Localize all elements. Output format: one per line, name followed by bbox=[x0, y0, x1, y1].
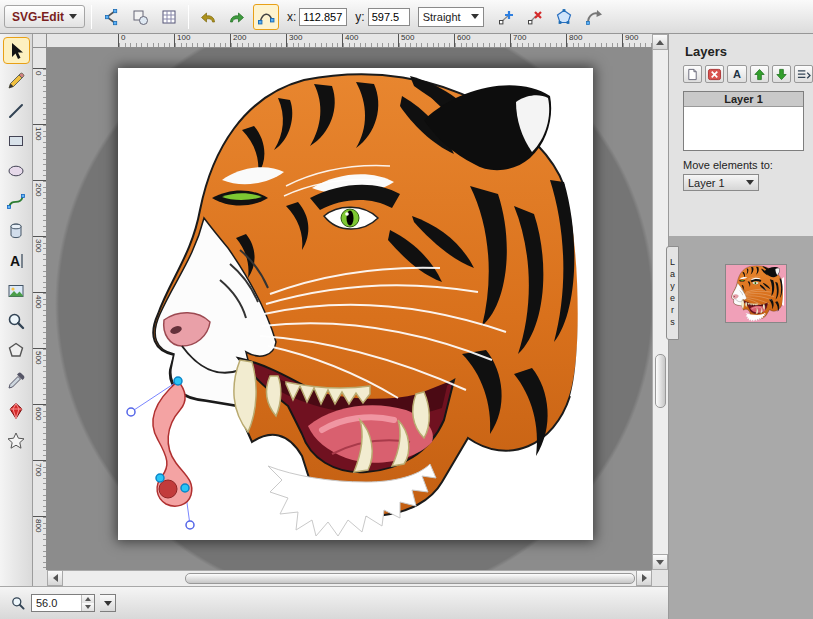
undo-button[interactable] bbox=[195, 4, 221, 30]
node-x-input[interactable] bbox=[299, 8, 347, 26]
layer-row[interactable]: Layer 1 bbox=[684, 92, 803, 107]
v-scroll-thumb[interactable] bbox=[655, 354, 666, 408]
scroll-up-button[interactable] bbox=[652, 34, 668, 50]
zoom-increment-button[interactable] bbox=[82, 595, 94, 603]
node-y-input[interactable] bbox=[368, 8, 410, 26]
shape-library-button[interactable] bbox=[3, 217, 30, 244]
grid-icon bbox=[160, 8, 178, 26]
zoom-tool-button[interactable] bbox=[3, 307, 30, 334]
path-node[interactable] bbox=[181, 484, 189, 492]
zoom-spinner bbox=[81, 595, 94, 611]
layers-side-tab[interactable]: Layers bbox=[666, 246, 679, 340]
path-node[interactable] bbox=[156, 474, 164, 482]
delete-layer-icon bbox=[707, 68, 722, 81]
node-y-label: y: bbox=[355, 10, 364, 24]
open-path-icon bbox=[555, 8, 573, 26]
svgedit-logo-button[interactable]: SVG-Edit bbox=[4, 5, 85, 28]
convert-to-path-icon bbox=[102, 8, 120, 26]
ellipse-tool-button[interactable] bbox=[3, 157, 30, 184]
delete-node-button[interactable] bbox=[522, 4, 548, 30]
control-handle[interactable] bbox=[186, 521, 194, 529]
pencil-tool-icon bbox=[6, 71, 26, 91]
scroll-right-button[interactable] bbox=[636, 570, 652, 586]
zoom-icon bbox=[10, 595, 26, 611]
lower-layer-button[interactable] bbox=[772, 65, 791, 83]
canvas-content bbox=[118, 68, 593, 540]
ruler-tick: 900 bbox=[622, 34, 652, 47]
ruler-tick: 800 bbox=[33, 516, 47, 570]
add-node-button[interactable] bbox=[493, 4, 519, 30]
eyedropper-tool-button[interactable] bbox=[3, 367, 30, 394]
layer-toolbar: A bbox=[683, 65, 813, 83]
ellipse-tool-icon bbox=[6, 161, 26, 181]
path-node[interactable] bbox=[174, 377, 182, 385]
ruler-corner bbox=[33, 34, 47, 48]
segment-type-select[interactable]: Straight bbox=[418, 7, 484, 27]
ruler-tick: 300 bbox=[33, 236, 47, 292]
image-tool-icon bbox=[6, 281, 26, 301]
text-tool-button[interactable]: A bbox=[3, 247, 30, 274]
svg-canvas[interactable] bbox=[118, 68, 593, 540]
rect-tool-button[interactable] bbox=[3, 127, 30, 154]
dropdown-caret-icon bbox=[69, 14, 77, 19]
scroll-left-button[interactable] bbox=[47, 570, 63, 586]
ruler-tick: 300 bbox=[286, 34, 342, 47]
reorient-path-button[interactable] bbox=[580, 4, 606, 30]
image-tool-button[interactable] bbox=[3, 277, 30, 304]
line-tool-button[interactable] bbox=[3, 97, 30, 124]
polygon-tool-icon bbox=[6, 341, 26, 361]
zoom-decrement-button[interactable] bbox=[82, 603, 94, 611]
open-path-button[interactable] bbox=[551, 4, 577, 30]
path-tool-button[interactable] bbox=[3, 187, 30, 214]
select-tool-icon bbox=[6, 41, 26, 61]
new-layer-button[interactable] bbox=[683, 65, 702, 83]
toolbar-separator bbox=[91, 5, 92, 29]
star-tool-icon bbox=[6, 431, 26, 451]
cylinder-icon bbox=[6, 221, 26, 241]
toolbar-separator bbox=[188, 5, 189, 29]
raise-layer-icon bbox=[752, 68, 767, 81]
delete-node-icon bbox=[526, 8, 544, 26]
zoom-input[interactable]: 56.0 bbox=[31, 594, 95, 612]
logo-label: SVG-Edit bbox=[12, 10, 64, 24]
edit-path-overlay bbox=[127, 377, 194, 529]
path-inner-shape[interactable] bbox=[159, 480, 177, 498]
control-handle[interactable] bbox=[127, 408, 135, 416]
pencil-tool-button[interactable] bbox=[3, 67, 30, 94]
ruler-tick: 800 bbox=[566, 34, 622, 47]
merge-layer-icon bbox=[796, 68, 811, 81]
raise-layer-button[interactable] bbox=[750, 65, 769, 83]
top-toolbar: SVG-Edit bbox=[0, 0, 813, 34]
gem-tool-button[interactable] bbox=[3, 397, 30, 424]
rect-tool-icon bbox=[6, 131, 26, 151]
link-control-points-toggle[interactable] bbox=[253, 4, 279, 30]
grid-toggle-button[interactable] bbox=[156, 4, 182, 30]
redo-button[interactable] bbox=[224, 4, 250, 30]
h-scroll-thumb[interactable] bbox=[185, 573, 635, 584]
polygon-tool-button[interactable] bbox=[3, 337, 30, 364]
rename-layer-button[interactable]: A bbox=[727, 65, 746, 83]
scroll-down-button[interactable] bbox=[652, 554, 668, 570]
duplicate-button[interactable] bbox=[127, 4, 153, 30]
ruler-tick: 500 bbox=[398, 34, 454, 47]
move-target-select[interactable]: Layer 1 bbox=[683, 174, 759, 191]
selection-thumbnail bbox=[726, 265, 786, 322]
tiger-artwork[interactable] bbox=[153, 74, 588, 536]
move-elements-label: Move elements to: bbox=[683, 159, 813, 171]
node-x-label: x: bbox=[287, 10, 296, 24]
select-tool-button[interactable] bbox=[3, 37, 30, 64]
status-bar: 56.0 bbox=[0, 586, 668, 619]
h-scrollbar[interactable] bbox=[47, 570, 652, 586]
star-tool-button[interactable] bbox=[3, 427, 30, 454]
convert-to-path-button[interactable] bbox=[98, 4, 124, 30]
gem-icon bbox=[6, 401, 26, 421]
ruler-tick: 0 bbox=[33, 68, 47, 124]
ruler-tick: 600 bbox=[454, 34, 510, 47]
zoom-dropdown-button[interactable] bbox=[100, 594, 116, 612]
delete-layer-button[interactable] bbox=[705, 65, 724, 83]
scrollbar-corner bbox=[33, 570, 47, 586]
layers-panel: Layers A bbox=[668, 34, 813, 236]
ruler-tick: 700 bbox=[33, 460, 47, 516]
layers-panel-title: Layers bbox=[685, 44, 813, 59]
merge-layer-button[interactable] bbox=[794, 65, 813, 83]
